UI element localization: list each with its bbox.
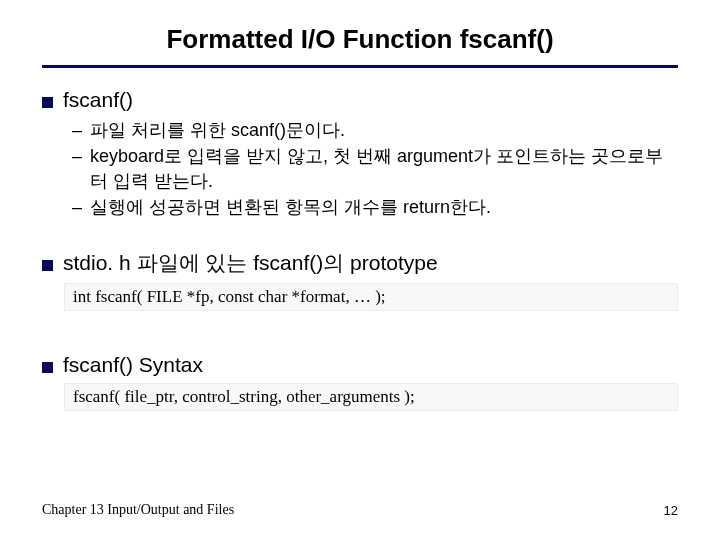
title-rule — [42, 65, 678, 68]
list-item: – keyboard로 입력을 받지 않고, 첫 번째 argument가 포인… — [72, 144, 678, 193]
dash-icon: – — [72, 195, 82, 219]
section-prototype: stdio. h 파일에 있는 fscanf()의 prototype int … — [42, 249, 678, 311]
section-head: stdio. h 파일에 있는 fscanf()의 prototype — [42, 249, 678, 277]
slide: Formatted I/O Function fscanf() fscanf()… — [0, 0, 720, 540]
dash-icon: – — [72, 118, 82, 142]
footer: Chapter 13 Input/Output and Files 12 — [42, 502, 678, 518]
list-item-text: 파일 처리를 위한 scanf()문이다. — [90, 118, 345, 142]
list-item: – 파일 처리를 위한 scanf()문이다. — [72, 118, 678, 142]
section-head-text: fscanf() Syntax — [63, 353, 203, 377]
list-item-text: 실행에 성공하면 변환된 항목의 개수를 return한다. — [90, 195, 491, 219]
section-head-text: fscanf() — [63, 88, 133, 112]
page-number: 12 — [664, 503, 678, 518]
section-head-text: stdio. h 파일에 있는 fscanf()의 prototype — [63, 249, 438, 277]
code-box: fscanf( file_ptr, control_string, other_… — [64, 383, 678, 411]
dash-icon: – — [72, 144, 82, 193]
list-item-text: keyboard로 입력을 받지 않고, 첫 번째 argument가 포인트하… — [90, 144, 678, 193]
bullet-square-icon — [42, 97, 53, 108]
chapter-label: Chapter 13 Input/Output and Files — [42, 502, 234, 518]
section-syntax: fscanf() Syntax fscanf( file_ptr, contro… — [42, 353, 678, 411]
subitem-list: – 파일 처리를 위한 scanf()문이다. – keyboard로 입력을 … — [72, 118, 678, 219]
code-box: int fscanf( FILE *fp, const char *format… — [64, 283, 678, 311]
section-fscanf: fscanf() – 파일 처리를 위한 scanf()문이다. – keybo… — [42, 88, 678, 219]
bullet-square-icon — [42, 260, 53, 271]
page-title: Formatted I/O Function fscanf() — [42, 24, 678, 65]
bullet-square-icon — [42, 362, 53, 373]
list-item: – 실행에 성공하면 변환된 항목의 개수를 return한다. — [72, 195, 678, 219]
section-head: fscanf() Syntax — [42, 353, 678, 377]
section-head: fscanf() — [42, 88, 678, 112]
